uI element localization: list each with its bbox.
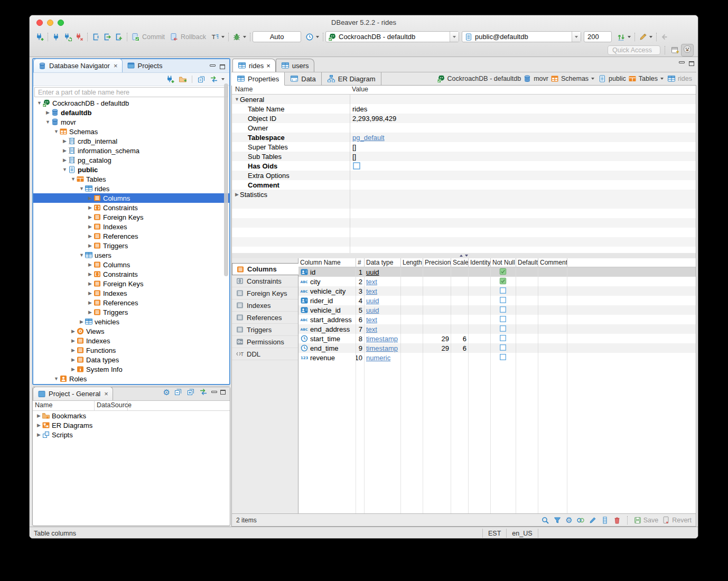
property-row[interactable]: Super Tables []	[232, 142, 696, 152]
transaction-mode-icon[interactable]: T	[209, 32, 221, 42]
commit-icon[interactable]	[129, 32, 141, 42]
property-row[interactable]: Sub Tables []	[232, 152, 696, 161]
property-row[interactable]: Has Oids	[232, 161, 696, 171]
close-window-button[interactable]	[36, 20, 43, 26]
tree-item[interactable]: Constraints	[33, 269, 229, 279]
settings-gear-icon[interactable]: ⚙	[565, 516, 572, 524]
subtab[interactable]: Properties	[231, 72, 285, 86]
side-tab[interactable]: Permissions	[232, 336, 298, 348]
tab-projects[interactable]: Projects	[123, 59, 167, 72]
side-tab[interactable]: Columns	[232, 263, 298, 275]
tree-item[interactable]: vehicles	[33, 317, 229, 326]
tree-item[interactable]: Foreign Keys	[33, 279, 229, 288]
grid-header[interactable]: Column Name	[298, 258, 356, 267]
debug-icon[interactable]	[231, 32, 242, 42]
filter-icon[interactable]	[553, 516, 562, 524]
column-header-name[interactable]: Name	[33, 401, 95, 410]
revert-button[interactable]: Revert	[662, 516, 692, 524]
new-connection-icon[interactable]	[164, 74, 176, 85]
editor-tab[interactable]: users	[276, 59, 314, 72]
tree-item[interactable]: Triggers	[33, 307, 229, 317]
maximize-editor-icon[interactable]	[689, 61, 694, 66]
tree-item[interactable]: ER Diagrams	[33, 420, 230, 430]
pen-icon[interactable]	[637, 32, 649, 42]
expand-all-icon[interactable]	[186, 387, 195, 397]
side-tab[interactable]: Triggers	[232, 324, 298, 336]
property-row[interactable]: Tablespace pg_default	[232, 133, 696, 142]
breadcrumb-item[interactable]: rides	[667, 74, 692, 83]
compare-icon[interactable]	[576, 516, 585, 524]
subtab[interactable]: ER Diagram	[322, 72, 381, 86]
navigator-scrollbar[interactable]	[224, 83, 228, 276]
tree-item[interactable]: Tables	[33, 174, 229, 184]
tree-item[interactable]: Schemas	[33, 127, 229, 136]
tree-item[interactable]: Triggers	[33, 241, 229, 250]
collapse-all-icon[interactable]	[195, 74, 207, 85]
rollback-label[interactable]: Rollback	[181, 33, 206, 41]
breadcrumb-item[interactable]: CockroachDB - defaultdb	[437, 74, 521, 83]
delete-icon[interactable]	[613, 516, 621, 524]
column-row[interactable]: end_time 9 timestamp 29 6	[298, 343, 696, 353]
collapse-all-icon[interactable]	[173, 387, 183, 397]
column-row[interactable]: start_time 8 timestamp 29 6	[298, 334, 696, 343]
props-header-value[interactable]: Value	[350, 86, 368, 94]
close-icon[interactable]: ×	[114, 62, 118, 70]
property-row[interactable]: Table Name rides	[232, 104, 696, 114]
link-with-editor-icon[interactable]	[208, 74, 220, 85]
tree-item[interactable]: References	[33, 231, 229, 241]
tree-item[interactable]: rides	[33, 184, 229, 193]
minimize-editor-icon[interactable]	[679, 61, 685, 63]
column-row[interactable]: id 1 uuid	[298, 267, 696, 277]
view-menu-icon[interactable]	[221, 78, 225, 80]
tree-item[interactable]: System Info	[33, 364, 229, 374]
side-tab[interactable]: Indexes	[232, 299, 298, 312]
property-row[interactable]: Comment	[232, 180, 696, 190]
property-row[interactable]: Object ID 2,293,998,429	[232, 114, 696, 123]
link-with-editor-icon[interactable]	[199, 387, 208, 397]
open-perspective-icon[interactable]	[669, 45, 681, 55]
tree-item[interactable]: Scripts	[33, 430, 230, 439]
property-row[interactable]: Extra Options	[232, 171, 696, 180]
maximize-view-icon[interactable]	[220, 64, 225, 69]
tree-item[interactable]: public	[33, 165, 229, 174]
connect-icon[interactable]	[50, 32, 62, 42]
close-icon[interactable]: ×	[266, 62, 270, 70]
tree-item[interactable]: users	[33, 250, 229, 260]
column-header-datasource[interactable]: DataSource	[95, 401, 128, 410]
breadcrumb-item[interactable]: Schemas	[550, 74, 596, 83]
tree-item[interactable]: crdb_internal	[33, 136, 229, 146]
fetch-size-field[interactable]: 200	[584, 31, 612, 42]
tree-item[interactable]: Views	[33, 326, 229, 336]
rollback-icon[interactable]	[168, 32, 180, 42]
gear-icon[interactable]: ⚙	[163, 388, 170, 396]
column-row[interactable]: vehicle_id 5 uuid	[298, 305, 696, 315]
dbeaver-perspective-icon[interactable]	[681, 44, 694, 57]
tree-item[interactable]: defaultdb	[33, 108, 229, 117]
reconnect-icon[interactable]	[62, 32, 73, 42]
table-filter-input[interactable]: Enter a part of table name here	[34, 87, 228, 97]
grid-header[interactable]: Data type	[365, 258, 401, 267]
breadcrumb-item[interactable]: Tables	[628, 74, 665, 83]
tree-item[interactable]: CockroachDB - defaultdb	[33, 98, 229, 108]
quick-access-field[interactable]: Quick Access	[608, 45, 660, 55]
maximize-view-icon[interactable]	[220, 390, 226, 395]
grid-header[interactable]: Scale	[451, 258, 469, 267]
property-row[interactable]: Statistics	[232, 190, 696, 199]
column-row[interactable]: ABCend_address 7 text	[298, 324, 696, 334]
grid-header[interactable]: Default	[516, 258, 538, 267]
schema-combo[interactable]: public@defaultdb	[462, 31, 581, 42]
side-tab[interactable]: References	[232, 312, 298, 324]
tree-item[interactable]: Bookmarks	[33, 411, 230, 420]
tree-item[interactable]: Indexes	[33, 222, 229, 231]
tree-item[interactable]: Foreign Keys	[33, 212, 229, 222]
grid-header[interactable]: Comment	[538, 258, 567, 267]
grid-header[interactable]: #	[356, 258, 365, 267]
tree-item[interactable]: Indexes	[33, 336, 229, 345]
tree-item[interactable]: Columns	[33, 260, 229, 269]
column-row[interactable]: rider_id 4 uuid	[298, 296, 696, 305]
side-tab[interactable]: Foreign Keys	[232, 287, 298, 299]
subtab[interactable]: Data	[285, 72, 321, 86]
tree-item[interactable]: Columns	[33, 193, 229, 203]
editor-tab[interactable]: rides ×	[232, 59, 276, 72]
connection-combo[interactable]: CockroachDB - defaultdb	[325, 31, 459, 42]
